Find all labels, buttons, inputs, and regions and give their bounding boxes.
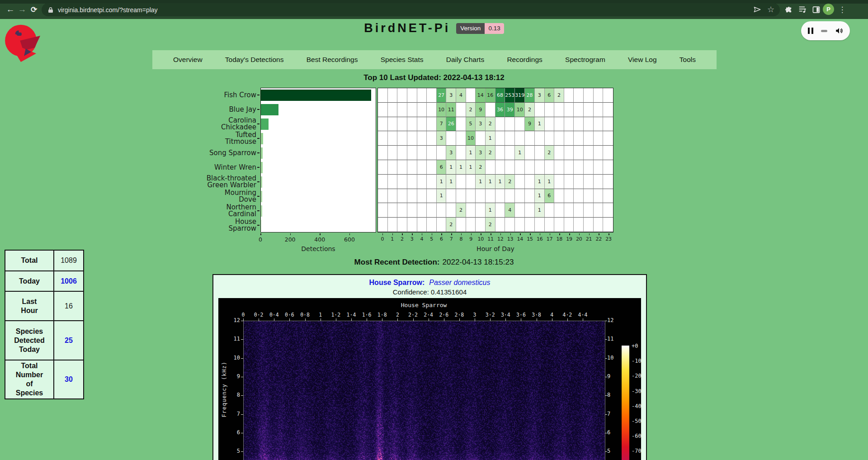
pause-button[interactable] xyxy=(808,28,813,34)
heatmap-cell: 68 xyxy=(495,88,505,103)
time-tick xyxy=(397,318,398,321)
heatmap-cell xyxy=(525,218,535,232)
time-tick-label: 4·2 xyxy=(562,312,572,318)
address-bar[interactable]: virginia.birdnetpi.com/?stream=play xyxy=(42,3,780,16)
heatmap-cell xyxy=(407,103,417,117)
reload-icon[interactable]: ⟳ xyxy=(28,4,40,15)
freq-tick xyxy=(605,321,607,321)
heatmap-cell xyxy=(603,117,613,132)
heatmap-cell xyxy=(574,88,584,103)
heatmap-cell: 2 xyxy=(486,218,495,232)
time-tick-label: 4 xyxy=(550,312,553,318)
back-icon[interactable]: ← xyxy=(5,4,16,15)
hour-tick xyxy=(579,233,580,235)
heatmap-cell: 7 xyxy=(437,117,447,132)
nav-item-today-s-detections[interactable]: Today's Detections xyxy=(225,56,284,64)
db-tick-label: -30 xyxy=(632,388,642,394)
heatmap-cell: 1 xyxy=(535,117,545,132)
stats-value[interactable]: 25 xyxy=(54,321,84,360)
bookmark-star-icon[interactable]: ☆ xyxy=(765,4,777,15)
heatmap-cell xyxy=(515,160,525,175)
hour-tick-label: 8 xyxy=(459,236,462,242)
heatmap-cell xyxy=(564,160,574,175)
heatmap-cell: 3 xyxy=(446,88,456,103)
nav-item-tools[interactable]: Tools xyxy=(679,56,696,64)
side-panel-icon[interactable] xyxy=(810,4,822,15)
heatmap-cell xyxy=(388,175,398,189)
heatmap-cell xyxy=(407,175,417,189)
extensions-icon[interactable] xyxy=(783,4,794,15)
species-tick xyxy=(257,109,259,110)
audio-player[interactable] xyxy=(801,21,850,40)
nav-item-overview[interactable]: Overview xyxy=(173,56,203,64)
time-tick xyxy=(382,318,382,321)
forward-icon[interactable]: → xyxy=(16,4,28,15)
heatmap-cell xyxy=(603,175,613,189)
time-tick xyxy=(459,318,460,321)
heatmap-cell xyxy=(574,160,584,175)
freq-tick-label-right: 9 xyxy=(607,373,610,379)
heatmap-cell xyxy=(427,203,437,218)
volume-icon[interactable] xyxy=(835,27,843,35)
heatmap-cell xyxy=(584,88,594,103)
freq-tick-label-right: 5 xyxy=(607,448,610,454)
top10-chart: 2734141668253319283621011293639102726532… xyxy=(206,88,613,187)
heatmap-cell xyxy=(417,160,427,175)
freq-tick-label-left: 5 xyxy=(226,448,240,454)
heatmap-cell: 3 xyxy=(437,131,447,146)
send-icon[interactable] xyxy=(751,4,763,15)
nav-item-spectrogram[interactable]: Spectrogram xyxy=(565,56,605,64)
nav-item-species-stats[interactable]: Species Stats xyxy=(381,56,424,64)
menu-icon[interactable]: ⋮ xyxy=(836,4,848,15)
heatmap-cell xyxy=(564,189,574,204)
heatmap-cell xyxy=(417,146,427,160)
hour-tick-label: 3 xyxy=(410,236,414,242)
species-tick xyxy=(257,152,259,153)
hour-tick-label: 10 xyxy=(477,236,484,242)
nav-item-best-recordings[interactable]: Best Recordings xyxy=(307,56,358,64)
nav-item-recordings[interactable]: Recordings xyxy=(507,56,542,64)
seek-handle[interactable] xyxy=(821,30,827,32)
stats-value[interactable]: 1006 xyxy=(54,271,84,291)
heatmap-cell: 1 xyxy=(545,175,555,189)
freq-tick-label-right: 11 xyxy=(607,336,613,342)
nav-item-daily-charts[interactable]: Daily Charts xyxy=(446,56,484,64)
media-playlist-icon[interactable] xyxy=(797,4,808,15)
heatmap-cell xyxy=(564,103,574,117)
heatmap-cell xyxy=(574,117,584,132)
heatmap-cell: 1 xyxy=(437,189,447,204)
stats-value[interactable]: 30 xyxy=(54,360,84,399)
heatmap-cell xyxy=(574,189,584,204)
nav-item-view-log[interactable]: View Log xyxy=(628,56,656,64)
heatmap-cell: 16 xyxy=(486,88,495,103)
hourly-heatmap: 2734141668253319283621011293639102726532… xyxy=(377,88,613,232)
profile-avatar[interactable]: P xyxy=(823,4,834,15)
heatmap-cell xyxy=(407,131,417,146)
heatmap-cell: 2 xyxy=(486,117,495,132)
heatmap-cell xyxy=(417,103,427,117)
heatmap-cell: 2 xyxy=(456,203,466,218)
heatmap-cell xyxy=(476,203,486,218)
hour-tick xyxy=(382,233,383,235)
heatmap-cell xyxy=(545,218,555,232)
heatmap-cell xyxy=(466,218,476,232)
heatmap-cell: 2 xyxy=(525,103,535,117)
heatmap-cell xyxy=(525,146,535,160)
most-recent-heading: Most Recent Detection:2022-04-13 18:15:2… xyxy=(0,258,868,267)
heatmap-cell xyxy=(603,160,613,175)
version-label: Version xyxy=(456,23,485,34)
heatmap-cell xyxy=(545,117,555,132)
heatmap-cell xyxy=(388,160,398,175)
species-label: Fish Crow xyxy=(206,88,256,102)
detections-bar xyxy=(261,176,262,188)
heatmap-cell xyxy=(378,189,388,204)
hour-tick-label: 2 xyxy=(401,236,404,242)
heatmap-cell xyxy=(554,189,564,204)
freq-tick xyxy=(605,395,607,396)
hour-tick xyxy=(500,233,501,235)
heatmap-cell xyxy=(495,218,505,232)
heatmap-cell xyxy=(476,189,486,204)
hour-tick xyxy=(491,233,491,235)
heatmap-cell xyxy=(554,160,564,175)
heatmap-cell xyxy=(466,189,476,204)
